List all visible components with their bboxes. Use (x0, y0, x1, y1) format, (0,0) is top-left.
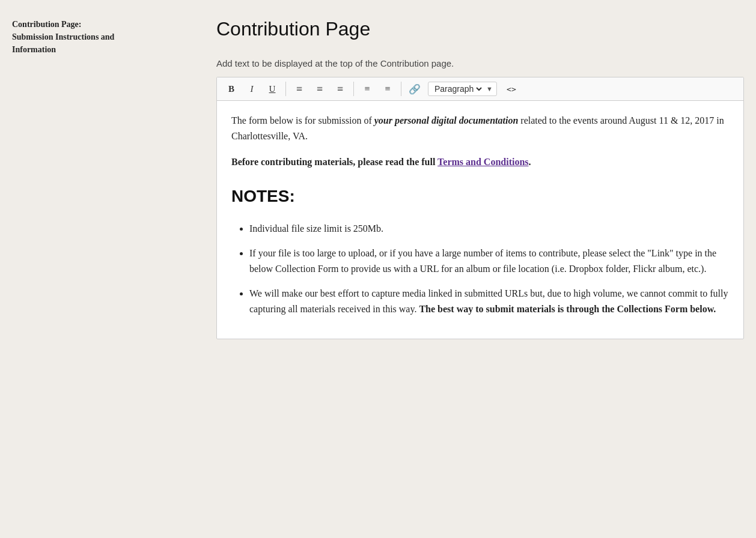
intro-paragraph: The form below is for submission of your… (231, 113, 729, 144)
underline-button[interactable]: U (263, 80, 282, 98)
list-item: Individual file size limit is 250Mb. (249, 221, 729, 237)
sidebar-section-label: Contribution Page: Submission Instructio… (12, 18, 192, 56)
bullet-list-button[interactable]: ≡ (358, 80, 377, 98)
chevron-down-icon: ▼ (486, 85, 493, 92)
paragraph-select[interactable]: Paragraph (432, 83, 484, 94)
list-item: We will make our best effort to capture … (249, 286, 729, 316)
italic-button[interactable]: I (242, 80, 261, 98)
paragraph-select-wrapper[interactable]: Paragraph ▼ (428, 82, 497, 96)
before-note-paragraph: Before contributing materials, please re… (231, 154, 729, 170)
editor-content-area[interactable]: The form below is for submission of your… (217, 101, 743, 339)
list-item: If your file is too large to upload, or … (249, 246, 729, 276)
page-title: Contribution Page (216, 18, 744, 40)
notes-list: Individual file size limit is 250Mb. If … (231, 221, 729, 317)
notes-heading: NOTES: (231, 183, 729, 210)
sidebar-label-line3: Information (12, 45, 56, 54)
sidebar-label-line2: Submission Instructions and (12, 32, 114, 41)
code-button[interactable]: <> (501, 80, 522, 98)
main-content: Contribution Page Add text to be display… (204, 12, 756, 538)
toolbar-separator-2 (353, 82, 354, 96)
align-center-button[interactable]: ≡ (310, 80, 329, 98)
page-container: Contribution Page: Submission Instructio… (0, 0, 756, 538)
ordered-list-button[interactable]: ≡ (378, 80, 397, 98)
toolbar-separator-3 (401, 82, 401, 96)
bold-button[interactable]: B (222, 80, 241, 98)
sidebar-label-line1: Contribution Page: (12, 20, 82, 29)
rich-text-editor: B I U ≡ ≡ ≡ ≡ ≡ 🔗 Paragraph ▼ (216, 77, 744, 339)
hint-text: Add text to be displayed at the top of t… (216, 58, 744, 68)
align-right-button[interactable]: ≡ (331, 80, 350, 98)
editor-toolbar: B I U ≡ ≡ ≡ ≡ ≡ 🔗 Paragraph ▼ (217, 77, 743, 101)
align-left-button[interactable]: ≡ (290, 80, 309, 98)
sidebar: Contribution Page: Submission Instructio… (0, 12, 204, 538)
terms-conditions-link[interactable]: Terms and Conditions (437, 157, 528, 167)
link-button[interactable]: 🔗 (405, 80, 424, 98)
toolbar-separator-1 (285, 82, 286, 96)
